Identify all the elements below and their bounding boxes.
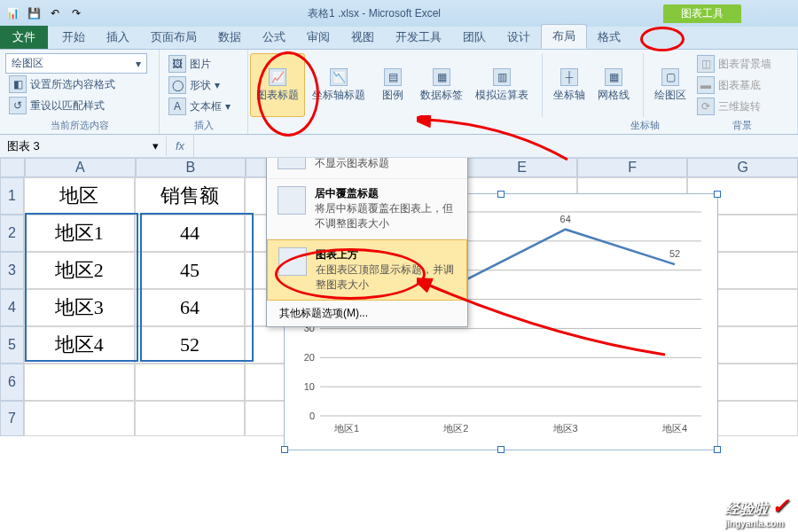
data-labels-button[interactable]: ▦数据标签 (415, 53, 468, 117)
watermark-url: jingyanla.com (725, 519, 789, 528)
legend-button[interactable]: ▤图例 (372, 53, 413, 117)
chart-title-button[interactable]: 📈图表标题 (250, 53, 305, 117)
undo-icon[interactable]: ↶ (46, 4, 64, 22)
resize-handle[interactable] (281, 446, 288, 453)
insert-shape-label: 形状 (190, 78, 211, 93)
rotation-icon: ⟳ (697, 98, 715, 115)
insert-shape-button[interactable]: ◯形状▾ (165, 74, 242, 96)
name-box-value: 图表 3 (7, 138, 40, 154)
wall-label: 图表背景墙 (718, 57, 771, 72)
rotation-label: 三维旋转 (718, 99, 761, 114)
cell[interactable]: 地区3 (24, 289, 135, 326)
row-header[interactable]: 3 (0, 252, 24, 289)
dropdown-item-above[interactable]: 图表上方在图表区顶部显示标题，并调整图表大小 (267, 239, 467, 301)
col-header-b[interactable]: B (136, 158, 246, 177)
row-header[interactable]: 4 (0, 289, 24, 326)
chart-element-selector[interactable]: 绘图区▾ (5, 53, 147, 74)
svg-text:52: 52 (669, 248, 680, 259)
col-header-a[interactable]: A (25, 158, 136, 177)
tab-insert[interactable]: 插入 (96, 26, 140, 49)
insert-picture-button[interactable]: 🖼图片 (165, 53, 242, 74)
cell[interactable]: 地区1 (24, 215, 135, 252)
cell[interactable]: 地区2 (24, 252, 135, 289)
select-all-corner[interactable] (0, 158, 25, 177)
save-icon[interactable]: 💾 (25, 4, 43, 22)
insert-textbox-button[interactable]: A文本框▾ (165, 96, 242, 117)
chart-wall-button: ◫图表背景墙 (693, 53, 775, 74)
resize-handle[interactable] (497, 446, 505, 453)
redo-icon[interactable]: ↷ (67, 4, 85, 22)
tab-dev[interactable]: 开发工具 (385, 26, 452, 49)
chart-title-label: 图表标题 (256, 88, 299, 103)
cell[interactable]: 地区 (24, 177, 135, 215)
col-header-g[interactable]: G (687, 158, 798, 177)
check-icon: ✓ (771, 494, 789, 518)
chart-tools-contextual: 图表工具 (663, 4, 741, 23)
chart-element-label: 绘图区 (12, 56, 43, 71)
tab-file[interactable]: 文件 (0, 26, 48, 49)
cell[interactable] (135, 401, 246, 436)
axis-title-button[interactable]: 📉坐标轴标题 (307, 53, 371, 117)
resize-handle[interactable] (714, 446, 721, 453)
plot-area-button[interactable]: ▢绘图区 (649, 53, 692, 117)
dropdown-item-none[interactable]: 无不显示图表标题 (267, 158, 467, 179)
reset-style-button[interactable]: ↺重设以匹配样式 (5, 95, 153, 116)
tab-view[interactable]: 视图 (340, 26, 385, 49)
dropdown-item-more[interactable]: 其他标题选项(M)... (267, 301, 467, 326)
legend-label: 图例 (382, 88, 403, 103)
data-table-icon: ▥ (493, 68, 511, 86)
cell[interactable]: 44 (135, 215, 246, 252)
dropdown-icon: ▾ (153, 139, 159, 153)
dropdown-item-overlay[interactable]: 居中覆盖标题将居中标题覆盖在图表上，但不调整图表大小 (267, 179, 467, 239)
data-labels-label: 数据标签 (420, 88, 463, 103)
tab-team[interactable]: 团队 (452, 26, 497, 49)
cell[interactable] (24, 401, 135, 436)
chart-title-icon: 📈 (269, 68, 286, 86)
insert-picture-label: 图片 (190, 57, 211, 72)
resize-handle[interactable] (497, 191, 505, 198)
svg-text:地区4: 地区4 (661, 423, 687, 434)
resize-handle[interactable] (714, 191, 721, 198)
col-header-f[interactable]: F (577, 158, 688, 177)
axes-button[interactable]: ┼坐标轴 (548, 53, 591, 117)
cell[interactable]: 销售额 (135, 177, 246, 215)
rotation-button: ⟳三维旋转 (693, 96, 775, 117)
watermark: 经验啦 ✓ jingyanla.com (725, 494, 789, 528)
cell[interactable]: 45 (135, 252, 246, 289)
cell[interactable] (135, 364, 246, 401)
group-axes: 坐标轴 (600, 119, 689, 132)
quick-access-toolbar: 📊 💾 ↶ ↷ (4, 4, 85, 22)
cell[interactable]: 地区4 (24, 326, 135, 364)
tab-home[interactable]: 开始 (51, 26, 96, 49)
row-header[interactable]: 6 (0, 364, 24, 401)
format-selection-button[interactable]: ◧设置所选内容格式 (5, 74, 153, 95)
floor-label: 图表基底 (718, 78, 761, 93)
cell[interactable] (24, 364, 135, 401)
above-icon (278, 247, 307, 276)
formula-bar[interactable] (193, 135, 798, 157)
cell[interactable]: 52 (135, 326, 246, 364)
fx-icon[interactable]: fx (167, 139, 193, 153)
cell[interactable]: 64 (135, 289, 246, 326)
row-header[interactable]: 1 (0, 177, 24, 215)
tab-data[interactable]: 数据 (207, 26, 252, 49)
tab-chart-layout[interactable]: 布局 (541, 24, 587, 49)
tab-formula[interactable]: 公式 (252, 26, 296, 49)
gridlines-button[interactable]: ▦网格线 (592, 53, 635, 117)
data-table-button[interactable]: ▥模拟运算表 (470, 53, 534, 117)
tab-chart-format[interactable]: 格式 (587, 26, 631, 49)
row-header[interactable]: 5 (0, 326, 24, 364)
reset-icon: ↺ (9, 97, 27, 114)
tab-review[interactable]: 审阅 (296, 26, 340, 49)
tab-chart-design[interactable]: 设计 (497, 26, 541, 49)
svg-text:地区3: 地区3 (552, 423, 578, 434)
row-header[interactable]: 2 (0, 215, 24, 252)
gridlines-icon: ▦ (605, 68, 622, 86)
col-header-e[interactable]: E (466, 158, 577, 177)
dd-overlay-title: 居中覆盖标题 (315, 186, 457, 201)
name-box[interactable]: 图表 3▾ (0, 137, 167, 156)
axes-icon: ┼ (560, 68, 578, 86)
tab-page-layout[interactable]: 页面布局 (140, 26, 207, 49)
row-header[interactable]: 7 (0, 401, 24, 436)
formula-bar-row: 图表 3▾ fx (0, 135, 798, 158)
